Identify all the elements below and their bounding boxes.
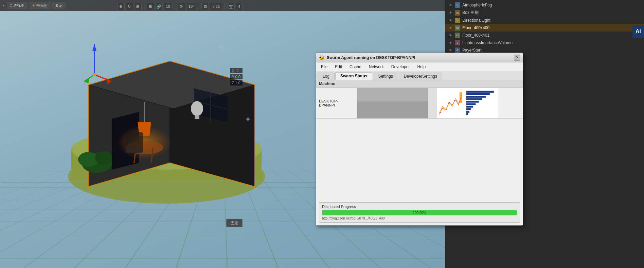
item-label: Box 画刷 — [462, 10, 479, 16]
swarm-titlebar: 🐝 Swarm Agent running on DESKTOP-BPANNPI… — [316, 53, 523, 62]
scale-tool-btn[interactable]: ⊞ — [134, 3, 142, 10]
swarm-content: Machine DESKTOP-BPANNPI — [316, 80, 523, 225]
camera-speed-btn[interactable]: 4 — [236, 3, 243, 10]
svg-rect-52 — [460, 92, 462, 103]
volume-icon: V — [455, 40, 460, 45]
svg-rect-62 — [466, 111, 469, 113]
svg-rect-57 — [466, 98, 482, 100]
perspective-icon: □ — [10, 3, 12, 7]
progress-bar: 100.00% — [322, 210, 517, 215]
visibility-icon[interactable]: 👁 — [448, 48, 453, 53]
menu-help[interactable]: Help — [414, 64, 429, 70]
scale-snap-btn[interactable]: ⊡ — [201, 3, 209, 10]
swarm-logo: 🐝 — [319, 55, 325, 60]
visibility-icon[interactable]: 👁 — [448, 11, 453, 15]
machine-table-header: Machine — [316, 80, 523, 88]
svg-point-45 — [95, 151, 112, 165]
outliner-item-floor400x400[interactable]: 👁 ▭ Floor_400x400 — [445, 24, 644, 32]
svg-rect-58 — [466, 101, 479, 103]
svg-rect-34 — [126, 149, 143, 153]
line-chart — [437, 88, 464, 118]
menu-developer[interactable]: Developer — [388, 64, 413, 70]
bar-chart — [464, 88, 498, 118]
item-label: Floor_400x400 — [462, 25, 489, 30]
svg-rect-54 — [466, 91, 494, 93]
machine-name-cell: DESKTOP-BPANNPI — [316, 88, 357, 118]
svg-rect-29 — [195, 115, 199, 119]
scale-value-btn[interactable]: 0.25 — [210, 3, 222, 10]
lighting-icon: ☀ — [32, 3, 35, 8]
machine-charts — [357, 88, 523, 118]
mesh-icon: B — [455, 10, 460, 16]
svg-rect-59 — [466, 103, 476, 105]
svg-point-28 — [191, 101, 203, 116]
svg-rect-50 — [428, 89, 437, 118]
menu-network[interactable]: Network — [365, 64, 387, 70]
grey-chart-svg — [357, 88, 428, 118]
narrow-svg — [428, 89, 437, 118]
svg-text:✦: ✦ — [245, 115, 251, 124]
menu-file[interactable]: File — [318, 64, 331, 70]
item-label: Floor_400x401 — [462, 33, 489, 38]
separator-4 — [225, 3, 225, 10]
z-coord: Z 1.0 — [230, 80, 243, 85]
light-icon: L — [455, 18, 460, 23]
svg-rect-33 — [126, 132, 143, 151]
rotate-tool-btn[interactable]: ↻ — [126, 3, 133, 10]
x-coord: X -2 — [230, 68, 243, 73]
svg-rect-49 — [357, 101, 428, 118]
swarm-menubar: File Edit Cache Network Developer Help — [316, 62, 523, 71]
progress-text: 100.00% — [322, 210, 517, 215]
transform-coordinates: X -2 Y 0.0 Z 1.0 — [230, 68, 243, 85]
menu-cache[interactable]: Cache — [346, 64, 365, 70]
select-tool-btn[interactable]: ⊕ — [117, 3, 125, 10]
tab-settings[interactable]: Settings — [373, 73, 398, 80]
dropdown-arrow[interactable]: ▼ — [2, 4, 5, 7]
visibility-icon[interactable]: 👁 — [448, 33, 453, 38]
line-chart-svg — [438, 89, 463, 117]
visibility-icon[interactable]: 👁 — [448, 40, 453, 45]
item-label: AtmosphericFog — [462, 3, 492, 7]
visibility-icon[interactable]: 👁 — [448, 25, 453, 30]
grid-btn[interactable]: ⊞ — [147, 3, 154, 10]
bar-chart-svg — [466, 89, 497, 117]
tab-developer-settings[interactable]: DeveloperSettings — [399, 73, 442, 80]
grey-chart — [357, 88, 428, 118]
camera-btn[interactable]: 📷 — [227, 3, 235, 10]
outliner-item-box[interactable]: 👁 B Box 画刷 — [445, 9, 644, 17]
lighting-btn[interactable]: ☀ 带光照 — [29, 2, 51, 9]
perspective-view-btn[interactable]: □ 透视图 — [7, 2, 28, 9]
visibility-icon[interactable]: 👁 — [448, 18, 453, 23]
swarm-dialog: 🐝 Swarm Agent running on DESKTOP-BPANNPI… — [316, 53, 523, 226]
svg-rect-55 — [466, 93, 490, 95]
display-btn[interactable]: 显示 — [52, 2, 66, 9]
outliner-item-lightmass[interactable]: 👁 V LightmassImortanceVolume — [445, 39, 644, 46]
separator-2 — [175, 3, 175, 10]
outliner-item-floor400x401[interactable]: 👁 ▭ Floor_400x401 — [445, 32, 644, 39]
snap-btn[interactable]: 🔗 — [155, 3, 163, 10]
menu-edit[interactable]: Edit — [332, 64, 345, 70]
floor-icon-2: ▭ — [455, 33, 460, 38]
tab-log[interactable]: Log — [318, 73, 335, 80]
swarm-close-btn[interactable]: ✕ — [514, 55, 520, 61]
item-label: PayerStart — [462, 48, 482, 53]
outliner-item-atmosphericfog[interactable]: 👁 F AtmosphericFog — [445, 1, 644, 9]
tab-swarm-status[interactable]: Swarm Status — [335, 72, 372, 80]
progress-url: http://blog.csdn.net/qq_2878.../400/1_40… — [322, 216, 517, 220]
separator-1 — [144, 3, 144, 10]
distributed-progress-panel: Distributed Progress 100.00% http://blog… — [319, 202, 520, 223]
narrow-chart — [428, 88, 437, 118]
player-icon: P — [455, 47, 460, 53]
angle-snap-btn[interactable]: ⟳ — [178, 3, 185, 10]
svg-rect-63 — [466, 113, 468, 115]
svg-text:✳: ✳ — [217, 42, 225, 53]
visibility-icon[interactable]: 👁 — [448, 3, 453, 7]
outliner-item-directionallight[interactable]: 👁 L DirectionalLight — [445, 17, 644, 24]
y-coord: Y 0.0 — [230, 74, 243, 79]
item-label: LightmassImortanceVolume — [462, 40, 513, 45]
swarm-title-text: Swarm Agent running on DESKTOP-BPANNPI — [327, 55, 415, 60]
confirm-transform-btn[interactable]: 固定 — [226, 219, 243, 227]
snap-value-btn[interactable]: 10 — [164, 3, 173, 10]
angle-value-btn[interactable]: 10° — [186, 3, 197, 10]
svg-rect-60 — [466, 106, 473, 108]
